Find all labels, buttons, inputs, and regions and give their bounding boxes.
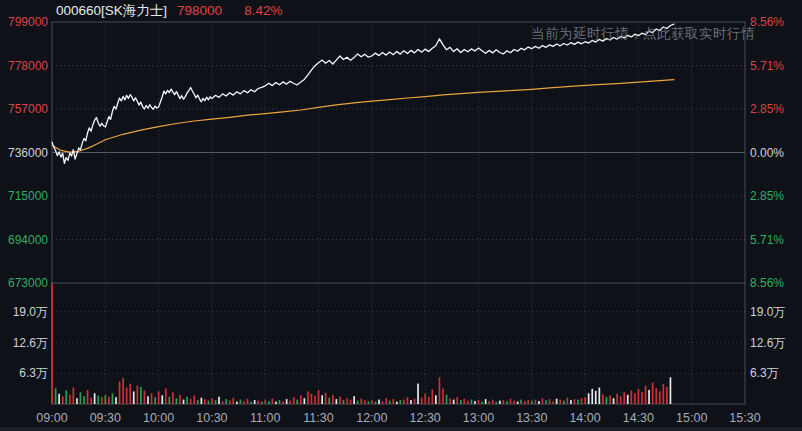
volume-bar — [353, 396, 355, 404]
volume-bar — [51, 283, 53, 404]
volume-bar — [439, 377, 441, 404]
volume-bar — [478, 400, 480, 404]
volume-bar — [321, 395, 323, 404]
volume-bar — [670, 377, 672, 404]
volume-bar — [627, 395, 629, 404]
volume-bar — [410, 400, 412, 404]
volume-bar — [368, 401, 370, 404]
volume-bar — [421, 398, 423, 404]
bottom-scroll-strip[interactable] — [0, 427, 802, 431]
volume-bar — [272, 399, 274, 404]
volume-bar — [424, 393, 426, 404]
volume-bar — [169, 397, 171, 404]
time-tick-label: 15:30 — [721, 411, 769, 425]
volume-bar — [172, 392, 174, 404]
volume-bar — [471, 400, 473, 404]
volume-bar — [115, 397, 117, 404]
volume-bar — [58, 394, 60, 404]
volume-bar — [147, 396, 149, 404]
volume-tick-label-right: 19.0万 — [750, 305, 785, 319]
volume-bar — [488, 401, 490, 404]
volume-bar — [346, 398, 348, 404]
volume-bar — [403, 400, 405, 404]
volume-tick-label-right: 12.6万 — [750, 336, 785, 350]
time-tick-label: 13:00 — [454, 411, 502, 425]
volume-bar — [453, 400, 455, 404]
volume-bar — [247, 399, 249, 404]
volume-bar — [264, 400, 266, 404]
volume-bar — [588, 393, 590, 404]
pct-tick-label: 8.56% — [750, 276, 784, 290]
volume-bar — [382, 401, 384, 404]
volume-bar — [218, 397, 220, 404]
volume-bar — [364, 400, 366, 404]
volume-bar — [311, 394, 313, 404]
volume-bar — [55, 388, 57, 404]
volume-bar — [559, 400, 561, 404]
delayed-quote-watermark-link[interactable]: 当前为延时行情，点此获取实时行情 — [531, 25, 755, 43]
pct-tick-label: 8.56% — [750, 15, 784, 29]
volume-bar — [474, 401, 476, 404]
volume-bar — [296, 400, 298, 404]
volume-bar — [460, 400, 462, 404]
volume-bar — [663, 384, 665, 404]
volume-bar — [506, 401, 508, 404]
volume-bar — [616, 394, 618, 404]
volume-bar — [531, 401, 533, 404]
volume-bar — [222, 401, 224, 404]
volume-bar — [375, 402, 377, 404]
volume-bar — [659, 391, 661, 404]
volume-bar — [126, 388, 128, 405]
volume-bar — [584, 397, 586, 404]
volume-bar — [538, 401, 540, 404]
volume-bar — [176, 398, 178, 404]
volume-bar — [570, 400, 572, 404]
price-tick-label: 736000 — [0, 146, 48, 160]
pct-tick-label: 5.71% — [750, 233, 784, 247]
volume-tick-label-left: 12.6万 — [0, 336, 48, 350]
volume-bar — [300, 395, 302, 404]
volume-bar — [133, 391, 135, 404]
volume-bar — [510, 399, 512, 404]
volume-bar — [328, 398, 330, 404]
price-tick-label: 694000 — [0, 233, 48, 247]
volume-bar — [417, 384, 419, 404]
volume-bar — [378, 400, 380, 404]
time-tick-label: 14:00 — [561, 411, 609, 425]
volume-bar — [154, 397, 156, 404]
volume-tick-label-right: 6.3万 — [750, 366, 779, 380]
volume-bar — [602, 394, 604, 404]
volume-bar — [307, 391, 309, 404]
volume-bar — [293, 397, 295, 404]
volume-bar — [638, 389, 640, 404]
volume-bar — [371, 400, 373, 404]
volume-bar — [243, 401, 245, 404]
volume-bar — [286, 399, 288, 404]
volume-bar — [254, 400, 256, 404]
volume-bar — [360, 399, 362, 404]
intraday-chart-canvas[interactable] — [0, 0, 802, 431]
volume-bar — [336, 399, 338, 404]
trading-app-window: 000660[SK海力士]7980008.42% 7990008.56%7780… — [0, 0, 802, 431]
volume-bar — [165, 388, 167, 404]
volume-bar — [193, 395, 195, 404]
volume-bar — [634, 393, 636, 404]
volume-bar — [314, 396, 316, 404]
volume-bar — [97, 396, 99, 404]
volume-bar — [446, 395, 448, 404]
volume-bar — [108, 397, 110, 404]
volume-bar — [549, 399, 551, 404]
volume-bar — [101, 397, 103, 404]
volume-bar — [449, 398, 451, 404]
time-tick-label: 12:30 — [401, 411, 449, 425]
volume-bar — [606, 397, 608, 404]
volume-bar — [574, 399, 576, 404]
volume-bar — [414, 399, 416, 404]
volume-bar — [350, 400, 352, 404]
volume-bar — [631, 390, 633, 404]
volume-bar — [179, 395, 181, 404]
time-tick-label: 10:30 — [188, 411, 236, 425]
volume-bar — [289, 401, 291, 404]
volume-bar — [492, 400, 494, 404]
volume-bar — [122, 378, 124, 404]
